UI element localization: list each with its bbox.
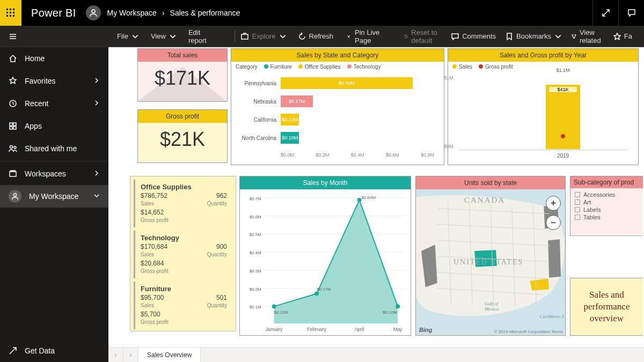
breadcrumb: My Workspace › Sales & performance [107,9,240,17]
svg-text:$0.10M: $0.10M [274,310,288,315]
chevron-right-icon [93,169,100,178]
card-title: Sales by Month [240,176,411,189]
bar-row: Nebraska$0.17M [241,95,434,107]
map-zoom-in-button[interactable]: + [546,196,561,211]
view-menu[interactable]: View [151,32,177,40]
svg-rect-0 [6,9,8,10]
svg-rect-2 [13,9,14,10]
svg-text:$0.10M: $0.10M [383,310,397,315]
summary-section: Office Supplies $786,752962 SalesQuantit… [134,180,232,227]
sidebar-item-favorites[interactable]: Favorites [0,70,108,92]
sidebar-item-recent[interactable]: Recent [0,92,108,115]
svg-text:May: May [393,327,402,332]
slicer-item[interactable]: Accessories [575,191,639,198]
bar-row: Pennsylvania$0.69M [241,77,434,89]
svg-rect-1 [10,9,11,10]
comments-button[interactable]: Comments [451,32,496,40]
svg-rect-8 [13,15,14,17]
card-title: Units sold by state [416,176,565,189]
map-label: CANADA [464,196,505,205]
file-menu[interactable]: File [117,32,139,40]
summary-section: Technology $170,684900 SalesQuantity $20… [134,231,232,278]
fullscreen-button[interactable] [592,0,618,26]
svg-rect-21 [10,172,16,176]
bar-row: California$0.10M [241,114,434,125]
map-zoom-out-button[interactable]: − [546,215,561,230]
slicer-sub-category[interactable]: Sub-category of prod Accessories Art Lab… [570,176,643,236]
card-category-summary[interactable]: Office Supplies $786,752962 SalesQuantit… [130,176,236,331]
reset-to-default-button[interactable]: Reset to default [404,28,442,45]
svg-rect-16 [13,123,16,125]
chevron-down-icon [93,192,100,201]
svg-rect-7 [10,15,11,17]
card-value: $21K [138,123,227,156]
workspace-avatar-icon [9,190,21,203]
slicer-item[interactable]: Labels [575,206,639,213]
report-canvas: Total sales $171K Gross profit $21K Sale… [108,47,644,362]
svg-text:$0.5M: $0.5M [250,232,261,237]
x-axis: $0.0M$0.2M$0.4M$0.6M$0.8M [231,150,444,160]
card-total-sales[interactable]: Total sales $171K [137,48,228,102]
sidebar-item-home[interactable]: Home [0,47,108,70]
svg-point-19 [10,146,13,149]
edit-report-button[interactable]: Edit report [188,28,216,45]
svg-text:$0.17M: $0.17M [317,287,331,292]
checkbox-icon [575,215,580,220]
map-attribution: © 2019 Microsoft Corporation Terms [494,329,563,334]
column-bar: $41K [546,85,580,149]
tab-prev-button[interactable]: ‹ [108,348,123,362]
explore-menu[interactable]: Explore [241,32,286,40]
page-tab[interactable]: Sales Overview [138,348,201,362]
svg-point-23 [13,194,16,196]
bing-logo: Bing [419,327,432,333]
app-launcher-button[interactable] [0,0,21,26]
checkbox-icon [575,207,580,212]
app-name: Power BI [31,7,76,19]
map-units-sold-by-state[interactable]: Units sold by state CANADA UNITED STATES [415,176,566,336]
svg-rect-5 [13,12,14,13]
chart-sales-by-month[interactable]: Sales by Month $0.7M $0.6M $0.5M [239,176,411,336]
card-value: $171K [138,62,227,95]
map-label: Caribbean S [540,314,564,319]
data-label: $41K [549,87,577,92]
svg-point-35 [357,198,362,202]
view-related-button[interactable]: View related [572,28,604,45]
tab-next-button[interactable]: › [123,348,138,362]
slicer-item[interactable]: Art [575,199,639,205]
chat-button[interactable] [618,0,644,26]
sidebar-item-apps[interactable]: Apps [0,115,108,137]
titlebar: Power BI My Workspace › Sales & performa… [0,0,644,26]
user-avatar-icon[interactable] [86,5,101,20]
sidebar-item-get-data[interactable]: Get Data [0,339,108,362]
svg-point-9 [92,10,95,13]
card-title: Sub-category of prod [570,176,643,188]
chart-sales-by-state[interactable]: Sales by State and Category Category Fur… [231,48,444,165]
svg-marker-32 [274,200,398,323]
breadcrumb-item[interactable]: Sales & performance [170,9,240,17]
sidebar-item-my-workspace[interactable]: My Workspace [0,185,108,208]
bookmarks-menu[interactable]: Bookmarks [506,32,562,40]
card-gross-profit[interactable]: Gross profit $21K [137,109,228,163]
bar-row: North Carolina$0.10M [241,132,434,144]
svg-point-34 [314,292,319,296]
chart-sales-gross-profit-year[interactable]: Sales and Gross profit by Year Sales Gro… [448,48,639,165]
svg-text:April: April [355,327,364,332]
pin-live-page-button[interactable]: Pin Live Page [345,28,391,45]
y-axis-tick: $0M [444,144,453,149]
favorite-button[interactable]: Fa [613,32,632,40]
nav-toggle-button[interactable] [0,26,26,47]
checkbox-icon [575,200,580,205]
breadcrumb-item[interactable]: My Workspace [107,9,157,17]
sidebar-item-shared[interactable]: Shared with me [0,137,108,160]
map-label: UNITED STATES [453,258,523,267]
sidebar-item-workspaces[interactable]: Workspaces [0,162,108,185]
svg-rect-10 [241,34,248,39]
slicer-item[interactable]: Tables [575,214,639,220]
chevron-right-icon: › [162,9,165,17]
card-title: Sales by State and Category [231,49,444,62]
card-title: Total sales [138,49,227,62]
refresh-button[interactable]: Refresh [298,32,334,40]
svg-point-11 [572,34,574,36]
svg-point-12 [575,34,576,36]
svg-rect-17 [10,127,12,129]
